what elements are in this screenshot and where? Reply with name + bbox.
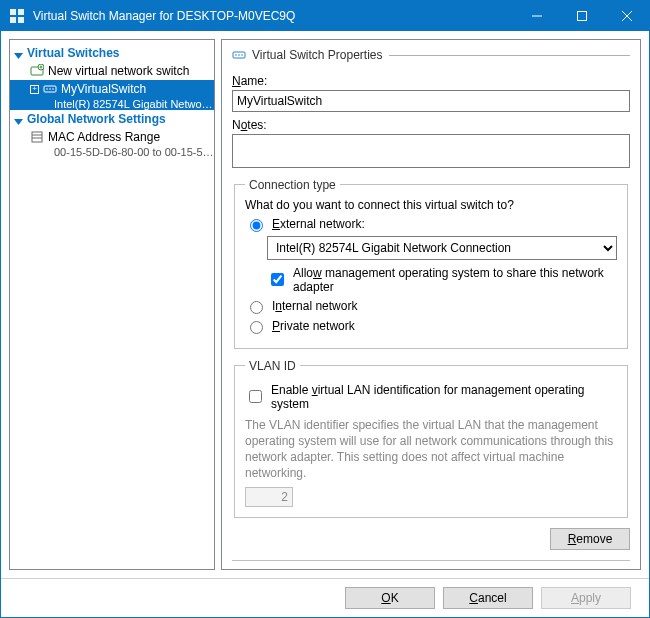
maximize-button[interactable] [559,1,604,31]
switch-icon [43,82,57,96]
remove-button[interactable]: Remove [550,528,630,550]
tree-item-new-switch[interactable]: New virtual network switch [10,62,214,80]
svg-rect-3 [18,17,24,23]
radio-private-input[interactable] [250,321,263,334]
tree-item-label: MyVirtualSwitch [61,82,146,96]
connection-type-legend: Connection type [245,178,340,192]
vlan-enable-label: Enable virtual LAN identification for ma… [271,383,617,411]
adapter-select[interactable]: Intel(R) 82574L Gigabit Network Connecti… [267,236,617,260]
tree-item-label: MAC Address Range [48,130,160,144]
svg-rect-1 [18,9,24,15]
chevron-down-icon [14,49,23,58]
dialog-footer: OK Cancel Apply [1,578,649,617]
allow-mgmt-checkbox[interactable] [271,273,284,286]
vlan-enable-checkbox[interactable] [249,390,262,403]
radio-internal-input[interactable] [250,301,263,314]
svg-point-15 [49,88,51,90]
expand-icon[interactable]: + [30,85,39,94]
svg-point-14 [46,88,48,90]
new-switch-icon [30,64,44,78]
name-label: Name: [232,74,630,88]
svg-rect-5 [577,12,586,21]
radio-private-label: Private network [272,319,355,333]
tree-item-myvirtualswitch[interactable]: + MyVirtualSwitch [10,80,214,98]
connection-question: What do you want to connect this virtual… [245,198,617,212]
divider [389,55,631,56]
svg-point-23 [238,54,240,56]
vlan-help-text: The VLAN identifier specifies the virtua… [245,417,617,482]
radio-external-label: External network: [272,217,365,231]
radio-private[interactable]: Private network [245,318,617,334]
mac-range-icon [30,130,44,144]
svg-point-22 [235,54,237,56]
name-input[interactable] [232,90,630,112]
tree-section-global-settings[interactable]: Global Network Settings [10,110,214,128]
apply-button: Apply [541,587,631,609]
notes-label: Notes: [232,118,630,132]
tree-item-myvirtualswitch-adapter[interactable]: Intel(R) 82574L Gigabit Network C... [10,98,214,110]
tree-panel: Virtual Switches New virtual network swi… [9,39,215,570]
ok-button[interactable]: OK [345,587,435,609]
svg-marker-8 [14,53,23,59]
properties-title: Virtual Switch Properties [252,48,383,62]
close-button[interactable] [604,1,649,31]
body-area: Virtual Switches New virtual network swi… [1,31,649,578]
svg-rect-0 [10,9,16,15]
svg-point-16 [52,88,54,90]
svg-rect-18 [32,132,42,142]
vlan-legend: VLAN ID [245,359,300,373]
radio-external[interactable]: External network: [245,216,617,232]
divider [232,560,630,561]
tree-section-label: Virtual Switches [27,46,119,60]
connection-type-group: Connection type What do you want to conn… [234,178,628,349]
properties-header: Virtual Switch Properties [232,48,630,62]
minimize-button[interactable] [514,1,559,31]
notes-textarea[interactable] [232,134,630,168]
vlan-id-input [245,487,293,507]
properties-panel: Virtual Switch Properties Name: Notes: C… [221,39,641,570]
chevron-down-icon [14,115,23,124]
app-icon [9,8,25,24]
svg-rect-2 [10,17,16,23]
window-root: Virtual Switch Manager for DESKTOP-M0VEC… [0,0,650,618]
window-title: Virtual Switch Manager for DESKTOP-M0VEC… [33,9,514,23]
tree-item-mac-range[interactable]: MAC Address Range [10,128,214,146]
cancel-button[interactable]: Cancel [443,587,533,609]
allow-mgmt-label: Allow management operating system to sha… [293,266,617,294]
tree-section-label: Global Network Settings [27,112,166,126]
radio-external-input[interactable] [250,219,263,232]
tree-section-virtual-switches[interactable]: Virtual Switches [10,44,214,62]
radio-internal-label: Internal network [272,299,357,313]
vlan-group: VLAN ID Enable virtual LAN identificatio… [234,359,628,519]
titlebar[interactable]: Virtual Switch Manager for DESKTOP-M0VEC… [1,1,649,31]
switch-icon [232,48,246,62]
svg-marker-17 [14,119,23,125]
tree-item-label: New virtual network switch [48,64,189,78]
radio-internal[interactable]: Internal network [245,298,617,314]
tree-item-mac-range-value[interactable]: 00-15-5D-D6-80-00 to 00-15-5D-D... [10,146,214,158]
svg-point-24 [241,54,243,56]
